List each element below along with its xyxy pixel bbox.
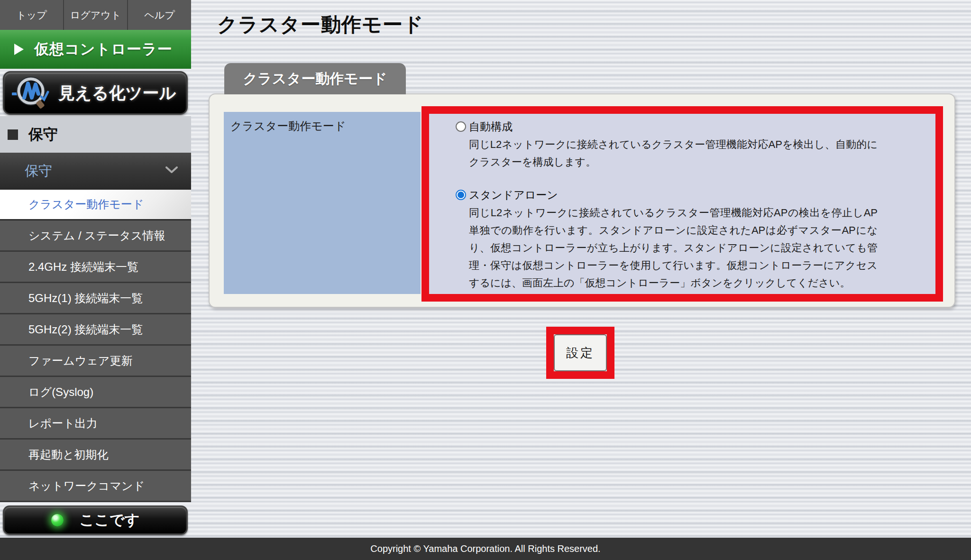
square-bullet-icon xyxy=(8,129,18,140)
sidebar-item-5ghz2-clients[interactable]: 5GHz(2) 接続端末一覧 xyxy=(0,314,191,346)
visualization-tool-button[interactable]: 見える化ツール xyxy=(3,71,188,115)
option-standalone-row[interactable]: スタンドアローン xyxy=(456,186,926,204)
option-auto-config: 自動構成 同じL2ネットワークに接続されているクラスター管理機能対応APを検出し… xyxy=(456,118,926,171)
footer: Copyright © Yamaha Corporation. All Righ… xyxy=(0,538,971,560)
here-button-label: ここです xyxy=(80,510,140,530)
option-auto-config-label: 自動構成 xyxy=(469,119,513,134)
settings-panel: クラスター動作モード 自動構成 同じL2ネットワークに接続されているクラスター管… xyxy=(209,93,955,308)
option-auto-config-row[interactable]: 自動構成 xyxy=(456,118,926,136)
page-title: クラスター動作モード xyxy=(217,11,424,38)
submit-button[interactable]: 設定 xyxy=(554,334,607,371)
cluster-mode-options-highlight: 自動構成 同じL2ネットワークに接続されているクラスター管理機能対応APを検出し… xyxy=(421,106,943,302)
sidebar-item-network-command[interactable]: ネットワークコマンド xyxy=(0,471,191,502)
sidebar-item-system-status[interactable]: システム / ステータス情報 xyxy=(0,220,191,252)
virtual-controller-button[interactable]: 仮想コントローラー xyxy=(0,30,191,69)
page-background: トップ ログアウト ヘルプ 仮想コントローラー 見える化ツール xyxy=(0,0,971,560)
submit-button-highlight: 設定 xyxy=(546,327,614,379)
here-button[interactable]: ここです xyxy=(3,505,188,535)
option-auto-config-description: 同じL2ネットワークに接続されているクラスター管理機能対応APを検出し、自動的に… xyxy=(469,136,878,171)
sidebar-item-restart-init[interactable]: 再起動と初期化 xyxy=(0,440,191,471)
nav-item-top[interactable]: トップ xyxy=(0,0,64,30)
menu-header-label: 保守 xyxy=(25,162,165,181)
option-standalone: スタンドアローン 同じL2ネットワークに接続されているクラスター管理機能対応AP… xyxy=(456,186,926,292)
nav-item-help[interactable]: ヘルプ xyxy=(128,0,191,30)
tab-cluster-mode[interactable]: クラスター動作モード xyxy=(224,63,406,94)
sidebar-menu: クラスター動作モード システム / ステータス情報 2.4GHz 接続端末一覧 … xyxy=(0,189,191,502)
sidebar-item-report-output[interactable]: レポート出力 xyxy=(0,408,191,440)
row-header: クラスター動作モード xyxy=(224,112,421,294)
option-standalone-description: 同じL2ネットワークに接続されているクラスター管理機能対応APの検出を停止しAP… xyxy=(469,204,878,292)
sidebar-item-5ghz1-clients[interactable]: 5GHz(1) 接続端末一覧 xyxy=(0,283,191,314)
chevron-down-icon xyxy=(165,166,178,176)
radio-checked-icon[interactable] xyxy=(456,190,466,200)
sidebar-item-24ghz-clients[interactable]: 2.4GHz 接続端末一覧 xyxy=(0,252,191,283)
virtual-controller-label: 仮想コントローラー xyxy=(34,39,173,59)
sidebar-item-firmware-update[interactable]: ファームウェア更新 xyxy=(0,346,191,377)
sidebar-item-syslog[interactable]: ログ(Syslog) xyxy=(0,377,191,408)
section-header-maintenance: 保守 xyxy=(0,116,191,153)
sidebar: トップ ログアウト ヘルプ 仮想コントローラー 見える化ツール xyxy=(0,0,191,538)
nav-item-logout[interactable]: ログアウト xyxy=(64,0,128,30)
option-standalone-label: スタンドアローン xyxy=(469,188,558,202)
top-nav: トップ ログアウト ヘルプ xyxy=(0,0,191,30)
play-triangle-icon xyxy=(14,44,24,55)
visualization-tool-label: 見える化ツール xyxy=(58,82,176,104)
copyright-text: Copyright © Yamaha Corporation. All Righ… xyxy=(370,543,600,554)
radio-unchecked-icon[interactable] xyxy=(456,121,466,132)
section-header-label: 保守 xyxy=(28,125,58,145)
menu-header-maintenance[interactable]: 保守 xyxy=(0,153,191,189)
status-dot-icon xyxy=(51,514,64,526)
magnifier-logo-icon xyxy=(12,73,52,113)
sidebar-item-cluster-mode[interactable]: クラスター動作モード xyxy=(0,189,191,220)
